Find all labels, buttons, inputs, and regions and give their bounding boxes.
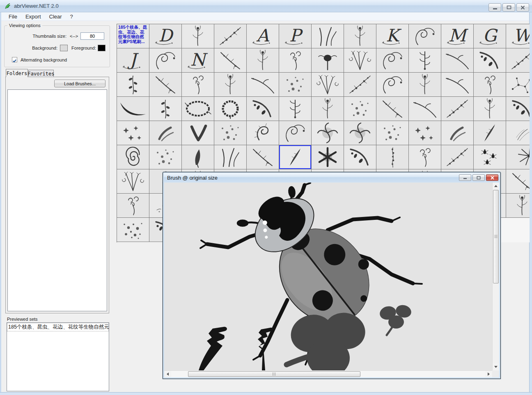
preview-title-bar[interactable]: Brush @ original size: [164, 173, 500, 182]
brush-cell[interactable]: [409, 145, 441, 169]
brush-cell[interactable]: [247, 145, 279, 169]
brush-cell[interactable]: [506, 145, 530, 169]
brush-cell[interactable]: [409, 97, 441, 121]
brush-cell[interactable]: [312, 48, 344, 73]
brush-cell[interactable]: [214, 97, 247, 121]
brush-cell[interactable]: [441, 73, 474, 97]
brush-cell[interactable]: [409, 48, 441, 73]
brush-cell[interactable]: [441, 48, 474, 73]
brush-cell[interactable]: [376, 97, 409, 121]
title-bar[interactable]: abrViewer.NET 2.0: [0, 0, 532, 12]
thumbnails-size-input[interactable]: [80, 32, 104, 40]
brush-cell[interactable]: [474, 48, 506, 73]
brush-cell[interactable]: [474, 73, 506, 97]
brush-cell[interactable]: [117, 194, 149, 218]
alternating-background-checkbox[interactable]: [12, 57, 17, 62]
minimize-button[interactable]: [488, 3, 501, 11]
brush-cell[interactable]: [117, 73, 149, 97]
foreground-color-swatch[interactable]: [98, 45, 105, 51]
brush-cell[interactable]: [474, 121, 506, 145]
brush-cell[interactable]: [279, 97, 312, 121]
load-brushes-button[interactable]: Load Brushes...: [54, 80, 105, 87]
brush-cell[interactable]: N: [182, 48, 214, 73]
menu-item-clear[interactable]: Clear: [45, 13, 66, 21]
previewed-set-item[interactable]: 185个枝条、昆虫、花边、花纹等生物自然元素: [7, 323, 109, 331]
tab-favorites[interactable]: Favorites: [28, 70, 54, 77]
brush-cell[interactable]: A: [247, 24, 279, 48]
brush-cell[interactable]: [506, 73, 530, 97]
brush-cell[interactable]: [214, 24, 247, 48]
brush-cell[interactable]: [182, 145, 214, 169]
scroll-up-button[interactable]: [493, 183, 499, 190]
brush-cell[interactable]: [279, 145, 312, 169]
brush-cell[interactable]: [182, 73, 214, 97]
brush-cell[interactable]: [247, 97, 279, 121]
brush-cell[interactable]: [344, 121, 376, 145]
preview-close-button[interactable]: [486, 174, 498, 181]
brush-cell[interactable]: [182, 24, 214, 48]
brush-cell[interactable]: [247, 121, 279, 145]
brush-cell[interactable]: [182, 97, 214, 121]
brush-cell[interactable]: [149, 73, 182, 97]
brush-cell[interactable]: [214, 73, 247, 97]
brush-cell[interactable]: [149, 145, 182, 169]
brush-cell[interactable]: [279, 121, 312, 145]
brush-cell[interactable]: [409, 24, 441, 48]
brush-cell[interactable]: [506, 194, 530, 218]
vertical-scroll-thumb[interactable]: [493, 190, 499, 283]
brush-cell[interactable]: D: [149, 24, 182, 48]
brush-cell[interactable]: [214, 145, 247, 169]
scroll-down-button[interactable]: [493, 363, 499, 370]
brush-cell[interactable]: [149, 97, 182, 121]
brush-cell[interactable]: [214, 48, 247, 73]
brush-cell[interactable]: [474, 97, 506, 121]
brush-cell[interactable]: [279, 73, 312, 97]
brush-cell[interactable]: [312, 121, 344, 145]
brush-cell[interactable]: J: [117, 48, 149, 73]
brush-cell[interactable]: G: [474, 24, 506, 48]
brush-preview-window[interactable]: Brush @ original size: [163, 172, 501, 379]
scroll-right-button[interactable]: [485, 371, 492, 377]
brush-cell[interactable]: [247, 73, 279, 97]
brush-cell[interactable]: [312, 24, 344, 48]
folders-tree[interactable]: [7, 89, 107, 311]
preview-minimize-button[interactable]: [459, 174, 471, 181]
brush-cell[interactable]: P: [279, 24, 312, 48]
brush-cell[interactable]: [344, 24, 376, 48]
brush-cell[interactable]: [409, 121, 441, 145]
brush-cell[interactable]: M: [441, 24, 474, 48]
brush-cell[interactable]: [247, 48, 279, 73]
brush-cell[interactable]: [344, 48, 376, 73]
brush-cell[interactable]: [441, 97, 474, 121]
brush-cell[interactable]: [409, 73, 441, 97]
brush-cell[interactable]: [506, 48, 530, 73]
brush-cell[interactable]: [117, 218, 149, 242]
brush-cell[interactable]: W: [506, 24, 530, 48]
brush-cell[interactable]: [474, 145, 506, 169]
preview-maximize-button[interactable]: [472, 174, 485, 181]
close-button[interactable]: [516, 3, 529, 11]
scroll-left-button[interactable]: [164, 371, 171, 377]
preview-horizontal-scrollbar[interactable]: [164, 370, 492, 377]
brush-set-caption-cell[interactable]: 185个枝条、昆虫、花边、花纹等生物自然元素PS笔刷...: [117, 24, 149, 48]
brush-cell[interactable]: [344, 97, 376, 121]
brush-preview-canvas[interactable]: [164, 183, 492, 370]
brush-cell[interactable]: [312, 97, 344, 121]
brush-cell[interactable]: [376, 145, 409, 169]
tab-folders[interactable]: Folders: [6, 69, 28, 77]
brush-cell[interactable]: [149, 48, 182, 73]
brush-cell[interactable]: [149, 121, 182, 145]
brush-cell[interactable]: [117, 121, 149, 145]
brush-cell[interactable]: [279, 48, 312, 73]
menu-item-export[interactable]: Export: [21, 13, 45, 21]
brush-cell[interactable]: [376, 73, 409, 97]
brush-cell[interactable]: [344, 73, 376, 97]
brush-cell[interactable]: [506, 121, 530, 145]
brush-cell[interactable]: [376, 121, 409, 145]
brush-cell[interactable]: [117, 169, 149, 194]
brush-cell[interactable]: [441, 145, 474, 169]
menu-item-help[interactable]: ?: [66, 13, 77, 21]
brush-cell[interactable]: [344, 145, 376, 169]
brush-cell[interactable]: [312, 145, 344, 169]
brush-cell[interactable]: [312, 73, 344, 97]
